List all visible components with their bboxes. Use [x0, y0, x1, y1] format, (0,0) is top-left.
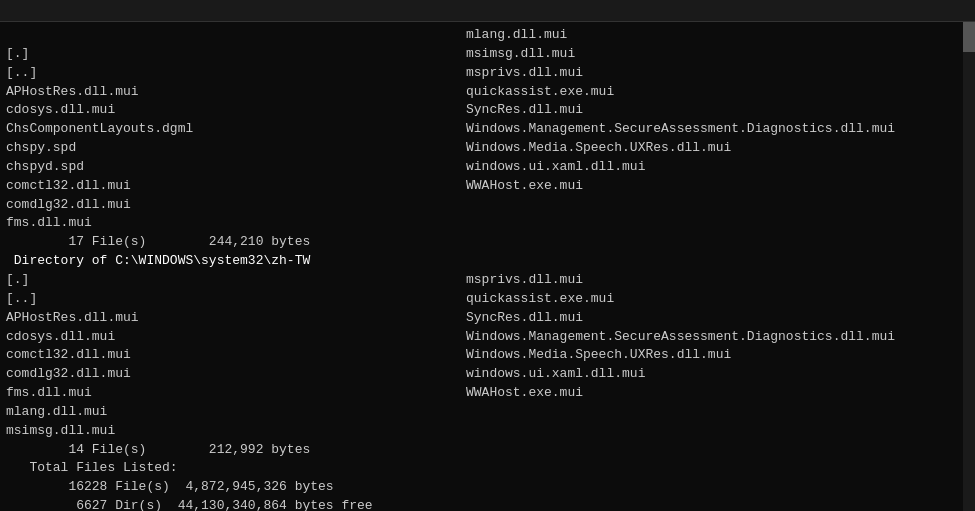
table-row: fms.dll.mui [6, 214, 969, 233]
list-item: fms.dll.mui [6, 214, 466, 233]
list-item: fms.dll.mui [6, 384, 466, 403]
list-item: [..] [6, 64, 466, 83]
table-row: comctl32.dll.muiWindows.Media.Speech.UXR… [6, 346, 969, 365]
terminal[interactable]: mlang.dll.mui[.]msimsg.dll.mui[..]mspriv… [0, 22, 975, 511]
list-item: mlang.dll.mui [6, 403, 466, 422]
list-item: ChsComponentLayouts.dgml [6, 120, 466, 139]
list-item: msimsg.dll.mui [466, 45, 969, 64]
scrollbar-thumb[interactable] [963, 22, 975, 52]
maximize-button[interactable] [927, 4, 945, 18]
title-bar [0, 0, 975, 22]
list-item: msprivs.dll.mui [466, 64, 969, 83]
list-item: windows.ui.xaml.dll.mui [466, 365, 969, 384]
title-bar-buttons [905, 4, 967, 18]
table-row: cdosys.dll.muiSyncRes.dll.mui [6, 101, 969, 120]
list-item: quickassist.exe.mui [466, 290, 969, 309]
table-row: chspyd.spdwindows.ui.xaml.dll.mui [6, 158, 969, 177]
list-item: WWAHost.exe.mui [466, 177, 969, 196]
terminal-line: Directory of C:\WINDOWS\system32\zh-TW [6, 252, 969, 271]
list-item: Windows.Management.SecureAssessment.Diag… [466, 120, 969, 139]
table-row: [..]quickassist.exe.mui [6, 290, 969, 309]
list-item: chspyd.spd [6, 158, 466, 177]
terminal-line: Total Files Listed: [6, 459, 969, 478]
list-item: WWAHost.exe.mui [466, 384, 969, 403]
table-row: comctl32.dll.muiWWAHost.exe.mui [6, 177, 969, 196]
table-row: [..]msprivs.dll.mui [6, 64, 969, 83]
list-item [466, 196, 969, 215]
terminal-line: 17 File(s) 244,210 bytes [6, 233, 969, 252]
list-item: [.] [6, 271, 466, 290]
table-row: msimsg.dll.mui [6, 422, 969, 441]
list-item: comdlg32.dll.mui [6, 365, 466, 384]
list-item: APHostRes.dll.mui [6, 83, 466, 102]
list-item [466, 403, 969, 422]
table-row: fms.dll.muiWWAHost.exe.mui [6, 384, 969, 403]
list-item: msimsg.dll.mui [6, 422, 466, 441]
list-item [466, 422, 969, 441]
list-item: SyncRes.dll.mui [466, 309, 969, 328]
table-row: APHostRes.dll.muiSyncRes.dll.mui [6, 309, 969, 328]
table-row: [.]msimsg.dll.mui [6, 45, 969, 64]
list-item: windows.ui.xaml.dll.mui [466, 158, 969, 177]
table-row: mlang.dll.mui [6, 403, 969, 422]
table-row: mlang.dll.mui [6, 26, 969, 45]
list-item: SyncRes.dll.mui [466, 101, 969, 120]
close-button[interactable] [949, 4, 967, 18]
list-item: [.] [6, 45, 466, 64]
list-item: quickassist.exe.mui [466, 83, 969, 102]
table-row: chspy.spdWindows.Media.Speech.UXRes.dll.… [6, 139, 969, 158]
list-item: [..] [6, 290, 466, 309]
terminal-line: 16228 File(s) 4,872,945,326 bytes [6, 478, 969, 497]
list-item: Windows.Media.Speech.UXRes.dll.mui [466, 346, 969, 365]
list-item: Windows.Media.Speech.UXRes.dll.mui [466, 139, 969, 158]
list-item [6, 26, 466, 45]
list-item [466, 214, 969, 233]
list-item: comctl32.dll.mui [6, 177, 466, 196]
terminal-line: 14 File(s) 212,992 bytes [6, 441, 969, 460]
table-row: comdlg32.dll.mui [6, 196, 969, 215]
terminal-line: 6627 Dir(s) 44,130,340,864 bytes free [6, 497, 969, 511]
list-item: Windows.Management.SecureAssessment.Diag… [466, 328, 969, 347]
table-row: ChsComponentLayouts.dgmlWindows.Manageme… [6, 120, 969, 139]
list-item: mlang.dll.mui [466, 26, 969, 45]
list-item: comctl32.dll.mui [6, 346, 466, 365]
list-item: APHostRes.dll.mui [6, 309, 466, 328]
list-item: cdosys.dll.mui [6, 101, 466, 120]
table-row: [.]msprivs.dll.mui [6, 271, 969, 290]
table-row: cdosys.dll.muiWindows.Management.SecureA… [6, 328, 969, 347]
table-row: APHostRes.dll.muiquickassist.exe.mui [6, 83, 969, 102]
scrollbar[interactable] [963, 22, 975, 511]
list-item: msprivs.dll.mui [466, 271, 969, 290]
minimize-button[interactable] [905, 4, 923, 18]
list-item: chspy.spd [6, 139, 466, 158]
list-item: cdosys.dll.mui [6, 328, 466, 347]
table-row: comdlg32.dll.muiwindows.ui.xaml.dll.mui [6, 365, 969, 384]
list-item: comdlg32.dll.mui [6, 196, 466, 215]
